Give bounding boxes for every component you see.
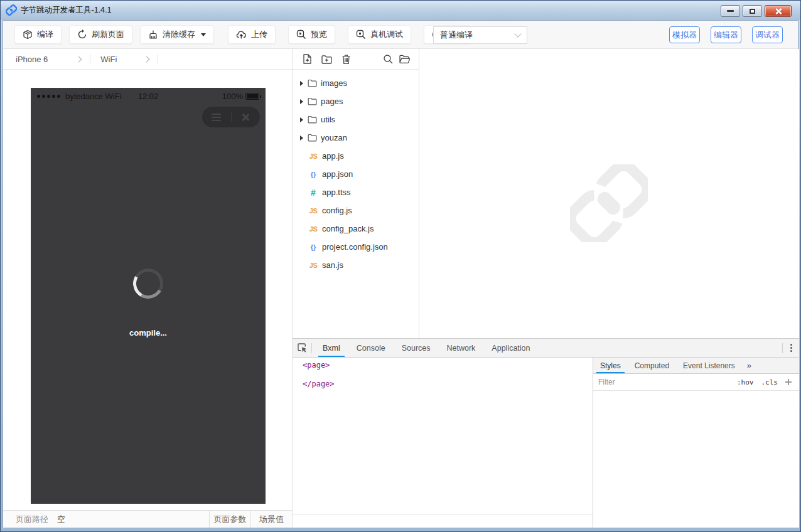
tree-folder-pages[interactable]: pages bbox=[293, 92, 419, 110]
page-params-label: 页面参数 bbox=[214, 514, 247, 525]
tree-file-app-ttss[interactable]: # app.ttss bbox=[293, 183, 419, 201]
debugger-toggle-label: 调试器 bbox=[755, 29, 780, 41]
code-line[interactable]: </page> bbox=[303, 380, 593, 389]
pseudo-state-toggle[interactable]: :hov bbox=[733, 378, 758, 386]
scene-value-button[interactable]: 场景值 bbox=[250, 511, 292, 528]
broom-icon bbox=[148, 29, 158, 40]
new-folder-button[interactable] bbox=[320, 52, 333, 66]
close-icon bbox=[775, 8, 782, 15]
tree-file-san-js[interactable]: JS san.js bbox=[293, 256, 419, 274]
search-file-button[interactable] bbox=[381, 52, 395, 66]
minimize-button[interactable] bbox=[721, 5, 740, 17]
tab-sources[interactable]: Sources bbox=[394, 339, 439, 357]
close-button[interactable] bbox=[765, 5, 792, 17]
expand-triangle-icon[interactable] bbox=[300, 99, 303, 104]
code-line[interactable]: <page> bbox=[303, 361, 593, 370]
styles-filter-input[interactable] bbox=[598, 378, 733, 386]
styles-sidebar: Styles Computed Event Listeners » :hov .… bbox=[593, 358, 799, 528]
remote-debug-button[interactable]: 真机调试 bbox=[348, 25, 411, 44]
tree-file-config-pack-js[interactable]: JS config_pack.js bbox=[293, 220, 419, 238]
devtools-panel: Bxml Console Sources Network Application… bbox=[293, 338, 799, 528]
upload-button[interactable]: 上传 bbox=[228, 25, 276, 44]
chevron-down-icon bbox=[514, 30, 521, 37]
more-tabs-button[interactable]: » bbox=[742, 361, 756, 370]
tab-styles[interactable]: Styles bbox=[593, 358, 628, 373]
page-params-button[interactable]: 页面参数 bbox=[209, 511, 250, 528]
open-folder-button[interactable] bbox=[397, 52, 411, 66]
main-toolbar: 编译 刷新页面 清除缓存 上传 bbox=[3, 21, 798, 49]
capsule-close-button[interactable] bbox=[232, 113, 261, 122]
refresh-page-button[interactable]: 刷新页面 bbox=[69, 25, 132, 44]
tree-file-app-js[interactable]: JS app.js bbox=[293, 147, 419, 165]
tab-bxml-label: Bxml bbox=[323, 344, 340, 353]
file-toolbar bbox=[293, 49, 419, 70]
app-logo-icon bbox=[6, 4, 17, 16]
tab-computed-label: Computed bbox=[635, 361, 669, 370]
loading-spinner bbox=[130, 265, 167, 302]
tab-computed[interactable]: Computed bbox=[628, 358, 676, 373]
maximize-icon bbox=[750, 9, 755, 14]
styles-tabbar: Styles Computed Event Listeners » bbox=[593, 358, 799, 374]
bxml-code-view[interactable]: <page> </page> bbox=[293, 358, 593, 514]
tab-network[interactable]: Network bbox=[439, 339, 484, 357]
folder-open-icon bbox=[399, 54, 411, 64]
window-title: 字节跳动开发者工具-1.4.1 bbox=[21, 5, 111, 16]
tab-bxml[interactable]: Bxml bbox=[314, 339, 348, 357]
tree-folder-images[interactable]: images bbox=[293, 74, 419, 92]
inspect-element-button[interactable] bbox=[293, 339, 311, 357]
tree-folder-utils[interactable]: utils bbox=[293, 110, 419, 129]
expand-triangle-icon[interactable] bbox=[300, 117, 303, 122]
simulator-toggle-button[interactable]: 模拟器 bbox=[669, 26, 700, 43]
tree-file-app-json[interactable]: {} app.json bbox=[293, 165, 419, 183]
class-toggle[interactable]: .cls bbox=[758, 378, 782, 386]
capsule-menu-button[interactable] bbox=[202, 114, 231, 121]
tab-application[interactable]: Application bbox=[483, 339, 538, 357]
new-style-rule-button[interactable] bbox=[784, 378, 793, 386]
tab-styles-label: Styles bbox=[600, 361, 621, 370]
clear-cache-button[interactable]: 清除缓存 bbox=[140, 25, 214, 44]
code-line-blank bbox=[303, 370, 593, 380]
new-file-button[interactable] bbox=[300, 52, 314, 66]
device-name: iPhone 6 bbox=[16, 55, 48, 64]
tree-folder-youzan[interactable]: youzan bbox=[293, 129, 419, 147]
editor-toggle-button[interactable]: 编辑器 bbox=[711, 26, 741, 43]
clear-cache-dropdown-icon[interactable] bbox=[201, 33, 206, 36]
package-icon bbox=[23, 29, 33, 40]
json-file-icon: {} bbox=[308, 171, 319, 178]
tree-file-config-js[interactable]: JS config.js bbox=[293, 201, 419, 220]
device-selector[interactable]: iPhone 6 bbox=[3, 55, 90, 64]
tree-file-project-config-json[interactable]: {} project.config.json bbox=[293, 238, 419, 256]
devtools-menu-button[interactable] bbox=[783, 339, 799, 357]
tab-console[interactable]: Console bbox=[348, 339, 394, 357]
maximize-button[interactable] bbox=[743, 5, 762, 17]
file-name: project.config.json bbox=[322, 242, 388, 252]
watermark-logo-icon bbox=[570, 164, 648, 242]
expand-triangle-icon[interactable] bbox=[300, 136, 303, 141]
close-icon bbox=[241, 113, 250, 122]
folder-name: youzan bbox=[321, 133, 347, 142]
js-file-icon: JS bbox=[308, 207, 319, 215]
tab-event-listeners[interactable]: Event Listeners bbox=[676, 358, 742, 373]
device-bar: iPhone 6 WiFi bbox=[3, 49, 292, 70]
compile-mode-value: 普通编译 bbox=[440, 29, 473, 41]
delete-file-button[interactable] bbox=[339, 52, 353, 66]
new-folder-icon bbox=[321, 54, 333, 65]
folder-icon bbox=[308, 97, 317, 105]
js-file-icon: JS bbox=[308, 225, 319, 233]
folder-name: utils bbox=[321, 115, 335, 124]
expand-triangle-icon[interactable] bbox=[300, 81, 303, 86]
page-path-label: 页面路径 bbox=[3, 514, 48, 525]
debugger-toggle-button[interactable]: 调试器 bbox=[752, 26, 783, 43]
panel-toggle-group: 模拟器 编辑器 调试器 bbox=[669, 26, 783, 43]
styles-filter-row: :hov .cls bbox=[593, 374, 799, 391]
menu-icon bbox=[212, 114, 221, 121]
remote-debug-label: 真机调试 bbox=[370, 29, 403, 40]
clear-cache-label: 清除缓存 bbox=[163, 29, 195, 40]
network-selector[interactable]: WiFi bbox=[90, 55, 158, 64]
tab-console-label: Console bbox=[357, 344, 385, 353]
compile-button[interactable]: 编译 bbox=[14, 25, 62, 44]
refresh-icon bbox=[77, 29, 87, 40]
preview-button[interactable]: 预览 bbox=[288, 25, 335, 44]
compile-mode-select[interactable]: 普通编译 bbox=[433, 26, 527, 44]
minimize-icon bbox=[727, 10, 734, 12]
